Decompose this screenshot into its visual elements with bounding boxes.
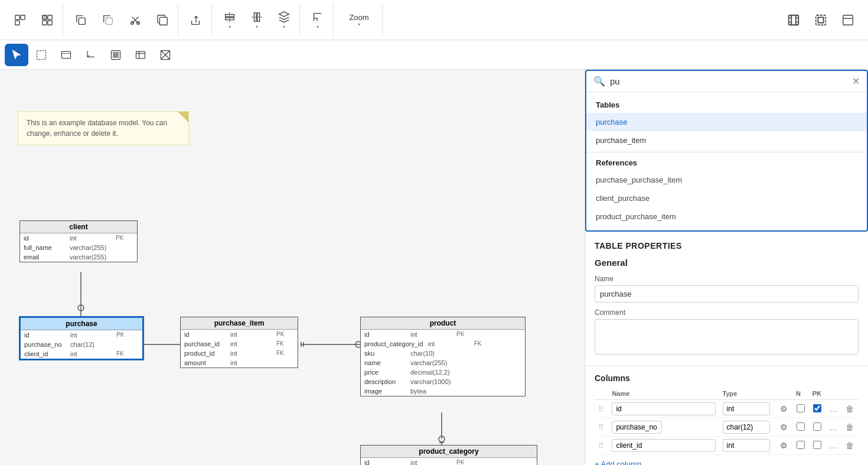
- col-pk-cb-purchase-no[interactable]: [813, 422, 821, 431]
- table-row[interactable]: purchase_no char(12): [21, 340, 142, 349]
- duplicate-btn[interactable]: [149, 4, 175, 37]
- add-column-label: + Add column: [595, 460, 641, 465]
- col-name-input-id[interactable]: [612, 402, 715, 415]
- main-area: This is an example database model. You c…: [0, 70, 868, 465]
- layers-btn[interactable]: ▾: [271, 4, 297, 37]
- col-name-cell-purchase-no: [608, 418, 719, 437]
- col-more-btn-client-id[interactable]: …: [830, 441, 838, 450]
- view2-btn[interactable]: [808, 4, 834, 37]
- col-header-nullable: N: [792, 388, 809, 400]
- col-more-btn-purchase-no[interactable]: …: [830, 422, 838, 432]
- table-row[interactable]: email varchar(255): [20, 252, 137, 262]
- redo-btn[interactable]: [34, 4, 60, 37]
- table-row[interactable]: image bytea: [361, 386, 525, 396]
- table-row[interactable]: product_category_id int FK: [361, 339, 525, 349]
- view1-btn[interactable]: [781, 4, 807, 37]
- drag-handle-client-id[interactable]: ⠿: [595, 437, 608, 455]
- table-row[interactable]: amount int: [181, 358, 298, 368]
- search-header: 🔍 ✕: [586, 71, 867, 92]
- col-delete-btn-client-id[interactable]: 🗑: [846, 441, 854, 450]
- svg-rect-12: [159, 17, 167, 25]
- col-type-input-id[interactable]: [723, 402, 770, 415]
- table-row[interactable]: description varchar(1000): [361, 377, 525, 386]
- table-client[interactable]: client id int PK full_name varchar(255) …: [19, 220, 138, 262]
- cross-tool-btn[interactable]: [154, 44, 177, 66]
- undo-btn[interactable]: [7, 4, 33, 37]
- name-label: Name: [595, 275, 859, 283]
- comment-textarea[interactable]: [595, 319, 859, 355]
- table-row[interactable]: id int PK: [361, 458, 537, 465]
- table-row[interactable]: id int PK: [181, 330, 298, 339]
- search-overlay: 🔍 ✕ Tables purchase purchase_item Refere…: [585, 70, 868, 232]
- select-tool-btn[interactable]: [5, 44, 28, 66]
- search-ref-client-purchase[interactable]: client_purchase: [586, 189, 867, 207]
- name-input[interactable]: [595, 285, 859, 303]
- col-nullable-cb-id[interactable]: [797, 404, 805, 412]
- table-row[interactable]: full_name varchar(255): [20, 243, 137, 252]
- col-name-input-client-id[interactable]: [612, 439, 715, 452]
- svg-rect-5: [43, 20, 47, 24]
- svg-rect-27: [62, 51, 71, 58]
- table-row[interactable]: id int PK: [21, 330, 142, 340]
- col-type-input-client-id[interactable]: [723, 439, 770, 452]
- l-shape-tool-btn[interactable]: [79, 44, 103, 66]
- search-item-purchase-item[interactable]: purchase_item: [586, 131, 867, 149]
- col-name-cell-client-id: [608, 437, 719, 455]
- view3-btn[interactable]: [835, 4, 861, 37]
- svg-rect-6: [48, 20, 52, 24]
- paste-btn[interactable]: [95, 4, 121, 37]
- search-clear-btn[interactable]: ✕: [852, 76, 860, 87]
- table-product-category[interactable]: product_category id int PK name varchar(…: [360, 445, 537, 465]
- marquee-tool-btn[interactable]: [30, 44, 53, 66]
- zoom-btn[interactable]: Zoom ▾: [338, 4, 380, 37]
- col-settings-cell-client-id: ⚙: [776, 437, 792, 455]
- toolbar-group-zoom: Zoom ▾: [336, 4, 383, 37]
- col-more-cell-id: …: [826, 400, 843, 418]
- table-row[interactable]: name varchar(255): [361, 358, 525, 368]
- table-row[interactable]: id int PK: [361, 330, 525, 339]
- table-row[interactable]: id int PK: [20, 233, 137, 243]
- corner-btn[interactable]: ▾: [305, 4, 331, 37]
- table-row[interactable]: product_id int FK: [181, 349, 298, 358]
- cut-btn[interactable]: [122, 4, 148, 37]
- canvas-note[interactable]: This is an example database model. You c…: [18, 111, 189, 145]
- align-h-btn[interactable]: ▾: [217, 4, 243, 37]
- search-item-purchase[interactable]: purchase: [586, 113, 867, 131]
- svg-rect-8: [106, 18, 112, 24]
- svg-rect-7: [79, 18, 85, 24]
- search-ref-purchase-purchase-item[interactable]: purchase_purchase_item: [586, 171, 867, 189]
- search-ref-product-purchase-item[interactable]: product_purchase_item: [586, 207, 867, 226]
- col-delete-btn-purchase-no[interactable]: 🗑: [846, 422, 854, 432]
- drag-handle-id[interactable]: ⠿: [595, 400, 608, 418]
- col-settings-btn-client-id[interactable]: ⚙: [780, 441, 788, 450]
- drag-handle-purchase-no[interactable]: ⠿: [595, 418, 608, 437]
- col-nullable-cb-purchase-no[interactable]: [797, 422, 805, 431]
- copy-btn[interactable]: [68, 4, 94, 37]
- col-type-input-purchase-no[interactable]: [723, 421, 770, 434]
- col-delete-btn-id[interactable]: 🗑: [846, 404, 854, 414]
- align-v-btn[interactable]: ▾: [244, 4, 270, 37]
- table-purchase-item[interactable]: purchase_item id int PK purchase_id int …: [180, 317, 298, 368]
- table-row[interactable]: price decimal(12,2): [361, 368, 525, 377]
- col-more-btn-id[interactable]: …: [830, 404, 838, 414]
- add-column-btn[interactable]: + Add column: [595, 455, 641, 465]
- frame-tool-btn[interactable]: [129, 44, 152, 66]
- col-pk-cb-client-id[interactable]: [813, 441, 821, 449]
- table-purchase[interactable]: purchase id int PK purchase_no char(12) …: [19, 317, 143, 360]
- col-settings-btn-purchase-no[interactable]: ⚙: [780, 422, 788, 432]
- col-settings-btn-id[interactable]: ⚙: [780, 404, 788, 414]
- search-input[interactable]: [610, 76, 847, 86]
- table-product[interactable]: product id int PK product_category_id in…: [360, 317, 526, 396]
- rect-tool-btn[interactable]: [54, 44, 78, 66]
- canvas[interactable]: This is an example database model. You c…: [0, 70, 585, 465]
- table-row[interactable]: sku char(10): [361, 349, 525, 358]
- col-pk-cb-id[interactable]: [813, 404, 821, 412]
- table-row[interactable]: client_id int FK: [21, 349, 142, 359]
- table-row[interactable]: purchase_id int FK: [181, 339, 298, 349]
- export-btn[interactable]: [183, 4, 209, 37]
- col-nullable-cb-client-id[interactable]: [797, 441, 805, 449]
- col-name-input-purchase-no[interactable]: [612, 421, 662, 434]
- container-tool-btn[interactable]: [104, 44, 128, 66]
- toolbar-group-align: ▾ ▾ ▾: [214, 4, 300, 37]
- col-settings-cell-purchase-no: ⚙: [776, 418, 792, 437]
